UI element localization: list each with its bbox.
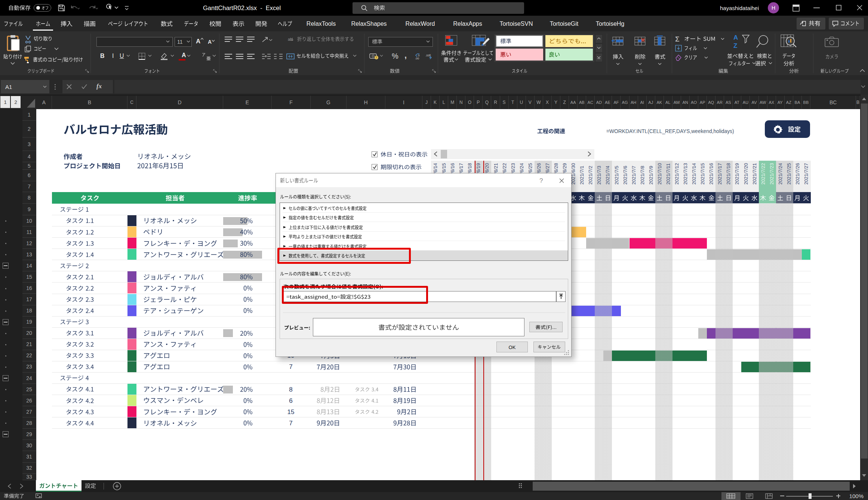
svg-text:0: 0: [429, 53, 431, 57]
svg-text:.00: .00: [415, 57, 419, 60]
svg-text:Z: Z: [733, 42, 737, 49]
svg-text:A: A: [733, 34, 738, 41]
svg-text:ab: ab: [288, 37, 292, 41]
